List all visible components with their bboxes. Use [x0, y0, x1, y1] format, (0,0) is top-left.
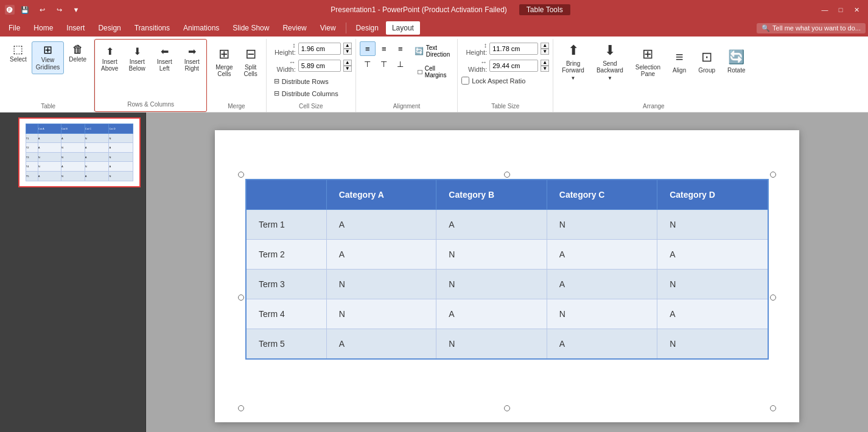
cell-height-down[interactable]: ▼ [343, 49, 352, 55]
cell-margins-button[interactable]: □ CellMargins [411, 62, 453, 82]
align-left-button[interactable]: ≡ [360, 41, 376, 56]
cell-width-spinner[interactable]: ▲ ▼ [343, 60, 352, 72]
cell-width-down[interactable]: ▼ [343, 66, 352, 72]
lock-aspect-ratio-row[interactable]: Lock Aspect Ratio [461, 75, 525, 86]
row3-b: N [436, 270, 547, 299]
row4-a: N [326, 299, 436, 329]
insert-left-label: InsertLeft [157, 58, 172, 72]
row3-c: A [547, 270, 657, 299]
slide-thumb-content: Cat A Cat B Cat C Cat D T1AANN T2ANAA T3… [19, 119, 139, 186]
send-backward-arrow: ▼ [607, 75, 612, 81]
save-button[interactable]: 💾 [18, 3, 32, 16]
align-middle-button[interactable]: ⊤ [376, 57, 392, 71]
alignment-group-content: ≡ ≡ ≡ ⊤ ⊤ ⊥ 🔄 TextDirection □ [360, 39, 453, 102]
cell-width-row: ↔ Width: ▲ ▼ [270, 58, 352, 73]
table-height-input[interactable] [489, 43, 538, 55]
table-width-spinner[interactable]: ▲ ▼ [541, 60, 549, 72]
slide-thumbnail[interactable]: Cat A Cat B Cat C Cat D T1AANN T2ANAA T3… [18, 117, 141, 187]
handle-bottom-left[interactable] [238, 405, 244, 411]
menu-bar: File Home Insert Design Transitions Anim… [0, 19, 868, 37]
align-button[interactable]: ≡ Align [668, 41, 691, 82]
menu-review[interactable]: Review [276, 21, 312, 35]
handle-top-center[interactable] [504, 172, 510, 178]
table-height-up[interactable]: ▲ [541, 43, 549, 49]
slide-item: 1 Cat A Cat B Cat C Cat D [5, 117, 141, 187]
data-table[interactable]: Category A Category B Category C Categor… [245, 179, 769, 360]
maximize-button[interactable]: □ [834, 3, 847, 16]
group-button[interactable]: ⊡ Group [693, 41, 720, 82]
cell-width-input[interactable] [298, 60, 341, 72]
handle-middle-left[interactable] [238, 294, 244, 301]
delete-button[interactable]: 🗑 Delete [65, 41, 90, 66]
ribbon: ⬚ Select ⊞ ViewGridlines 🗑 Delete Table … [0, 37, 868, 113]
table-height-row: ↕ Height: ▲ ▼ [461, 41, 549, 56]
bring-forward-button[interactable]: ⬆ BringForward ▼ [557, 41, 589, 82]
slide-panel: 1 Cat A Cat B Cat C Cat D [0, 113, 146, 432]
view-gridlines-button[interactable]: ⊞ ViewGridlines [32, 41, 64, 74]
view-gridlines-label: ViewGridlines [36, 57, 60, 71]
cell-height-up[interactable]: ▲ [343, 43, 352, 49]
align-top-button[interactable]: ⊤ [360, 57, 376, 71]
split-cells-icon: ⊟ [245, 46, 256, 62]
menu-layout[interactable]: Layout [386, 21, 420, 35]
split-cells-button[interactable]: ⊟ SplitCells [239, 41, 262, 82]
align-center-button[interactable]: ≡ [376, 41, 392, 56]
handle-middle-right[interactable] [770, 294, 776, 301]
distribute-group: ⊟ Distribute Rows ⊟ Distribute Columns [270, 75, 342, 99]
close-button[interactable]: ✕ [850, 3, 863, 16]
row1-c: N [547, 210, 657, 240]
send-backward-button[interactable]: ⬇ SendBackward ▼ [592, 41, 628, 82]
table-width-input[interactable] [489, 60, 538, 72]
cell-height-input[interactable] [298, 43, 341, 55]
table-width-up[interactable]: ▲ [541, 60, 549, 66]
menu-animations[interactable]: Animations [177, 21, 225, 35]
minimize-button[interactable]: — [818, 3, 831, 16]
redo-button[interactable]: ↪ [52, 3, 66, 16]
distribute-columns-button[interactable]: ⊟ Distribute Columns [270, 88, 342, 99]
align-bottom-button[interactable]: ⊥ [393, 57, 408, 71]
menu-view[interactable]: View [314, 21, 342, 35]
table-height-spinner[interactable]: ▲ ▼ [541, 43, 549, 55]
align-right-button[interactable]: ≡ [393, 41, 408, 56]
menu-design[interactable]: Design [92, 21, 127, 35]
menu-design-table[interactable]: Design [350, 21, 385, 35]
cell-width-up[interactable]: ▲ [343, 60, 352, 66]
help-search[interactable]: 🔍 Tell me what you want to do... [757, 23, 866, 33]
menu-slideshow[interactable]: Slide Show [226, 21, 275, 35]
insert-right-button[interactable]: ➡ InsertRight [178, 43, 205, 74]
slide-canvas[interactable]: Category A Category B Category C Categor… [215, 130, 799, 422]
menu-home[interactable]: Home [27, 21, 59, 35]
lock-aspect-ratio-checkbox[interactable] [461, 77, 469, 85]
split-cells-label: SplitCells [244, 64, 257, 77]
thumb-table-preview: Cat A Cat B Cat C Cat D T1AANN T2ANAA T3… [26, 124, 133, 181]
menu-file[interactable]: File [2, 21, 26, 35]
text-direction-button[interactable]: 🔄 TextDirection [411, 41, 453, 61]
menu-transitions[interactable]: Transitions [128, 21, 176, 35]
menu-insert[interactable]: Insert [60, 21, 91, 35]
table-height-down[interactable]: ▼ [541, 49, 549, 55]
table-width-down[interactable]: ▼ [541, 66, 549, 72]
distribute-rows-label: Distribute Rows [282, 78, 329, 85]
handle-top-right[interactable] [770, 172, 776, 178]
rotate-button[interactable]: 🔄 Rotate [723, 41, 750, 82]
arrange-group-content: ⬆ BringForward ▼ ⬇ SendBackward ▼ ⊞ Sele… [557, 39, 750, 102]
handle-top-left[interactable] [238, 172, 244, 178]
undo-button[interactable]: ↩ [35, 3, 49, 16]
selection-pane-button[interactable]: ⊞ SelectionPane [631, 41, 665, 82]
customize-qat-button[interactable]: ▼ [69, 3, 83, 16]
insert-above-button[interactable]: ⬆ InsertAbove [96, 43, 123, 74]
cell-height-spinner[interactable]: ▲ ▼ [343, 43, 352, 55]
bring-forward-label: BringForward [562, 60, 584, 74]
merge-cells-icon: ⊞ [219, 46, 229, 62]
align-label: Align [673, 67, 686, 74]
insert-left-button[interactable]: ⬅ InsertLeft [151, 43, 178, 74]
insert-below-button[interactable]: ⬇ InsertBelow [124, 43, 150, 74]
select-button[interactable]: ⬚ Select [6, 41, 30, 66]
table-size-group-content: ↕ Height: ▲ ▼ ↔ Width: ▲ ▼ [461, 39, 549, 102]
distribute-rows-button[interactable]: ⊟ Distribute Rows [270, 75, 342, 87]
table-group-label: Table [6, 102, 90, 112]
handle-bottom-center[interactable] [504, 405, 510, 411]
merge-cells-button[interactable]: ⊞ MergeCells [211, 41, 237, 82]
header-cell-cat-c: Category C [547, 179, 657, 210]
handle-bottom-right[interactable] [770, 405, 776, 411]
